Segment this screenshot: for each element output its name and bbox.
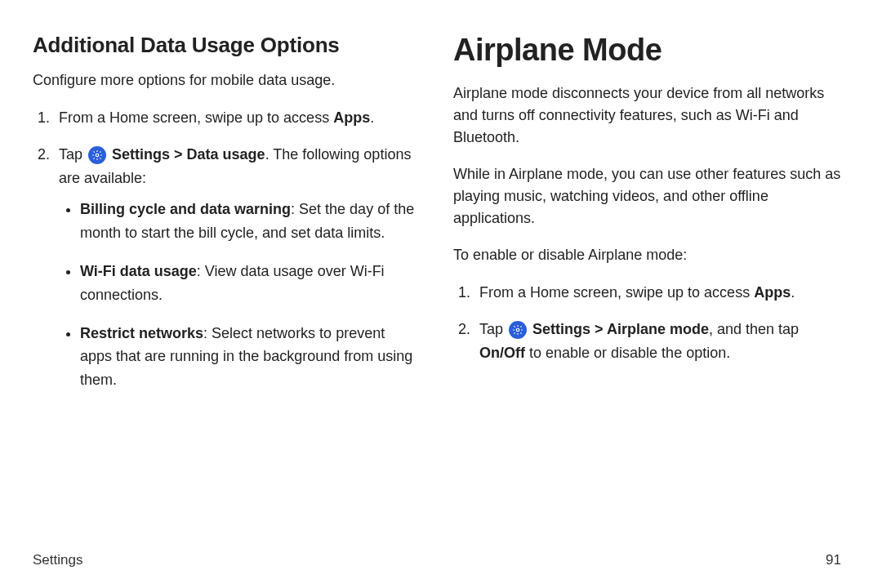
settings-label: Settings: [112, 146, 170, 163]
right-p2: While in Airplane mode, you can use othe…: [453, 163, 841, 229]
right-p1: Airplane mode disconnects your device fr…: [453, 82, 841, 149]
step-text: .: [370, 109, 374, 126]
left-options-list: Billing cycle and data warning: Set the …: [59, 198, 421, 392]
footer-section: Settings: [33, 552, 82, 568]
gear-icon: [509, 321, 527, 339]
step-text: .: [791, 284, 795, 301]
two-column-layout: Additional Data Usage Options Configure …: [33, 33, 841, 407]
left-steps: From a Home screen, swipe up to access A…: [33, 106, 421, 392]
right-heading: Airplane Mode: [453, 33, 841, 68]
onoff-label: On/Off: [479, 345, 525, 361]
list-item: Restrict networks: Select networks to pr…: [80, 322, 421, 392]
step-text: , and then tap: [709, 321, 799, 337]
footer-page-number: 91: [826, 552, 841, 568]
list-item: Wi-Fi data usage: View data usage over W…: [80, 260, 421, 307]
gear-icon: [88, 146, 106, 164]
manual-page: Additional Data Usage Options Configure …: [0, 0, 882, 588]
list-item: Billing cycle and data warning: Set the …: [80, 198, 421, 245]
apps-label: Apps: [333, 109, 370, 126]
option-title: Wi-Fi data usage: [80, 263, 197, 279]
option-title: Billing cycle and data warning: [80, 201, 291, 217]
step-text: Tap: [479, 321, 507, 337]
step-text: Tap: [59, 146, 87, 163]
step-text: From a Home screen, swipe up to access: [479, 284, 754, 301]
right-p3: To enable or disable Airplane mode:: [453, 244, 841, 266]
apps-label: Apps: [754, 284, 791, 301]
svg-point-1: [516, 328, 519, 332]
data-usage-label: Data usage: [187, 146, 265, 163]
chevron-right-icon: >: [170, 146, 187, 163]
page-footer: Settings 91: [33, 552, 841, 568]
step-text: to enable or disable the option.: [525, 345, 730, 361]
option-title: Restrict networks: [80, 325, 203, 341]
right-step-2: Tap Settings > Airplane mode, and then t…: [474, 318, 841, 365]
left-step-1: From a Home screen, swipe up to access A…: [54, 106, 421, 130]
step-text: From a Home screen, swipe up to access: [59, 109, 333, 126]
settings-label: Settings: [532, 321, 590, 337]
left-intro: Configure more options for mobile data u…: [33, 69, 421, 91]
left-heading: Additional Data Usage Options: [33, 33, 421, 58]
right-steps: From a Home screen, swipe up to access A…: [453, 281, 841, 364]
left-step-2: Tap Settings > Data usage. The following…: [54, 143, 421, 392]
left-column: Additional Data Usage Options Configure …: [33, 33, 421, 407]
chevron-right-icon: >: [590, 321, 607, 337]
right-step-1: From a Home screen, swipe up to access A…: [474, 281, 841, 305]
airplane-mode-label: Airplane mode: [607, 321, 709, 337]
right-column: Airplane Mode Airplane mode disconnects …: [453, 33, 841, 407]
svg-point-0: [96, 154, 99, 157]
